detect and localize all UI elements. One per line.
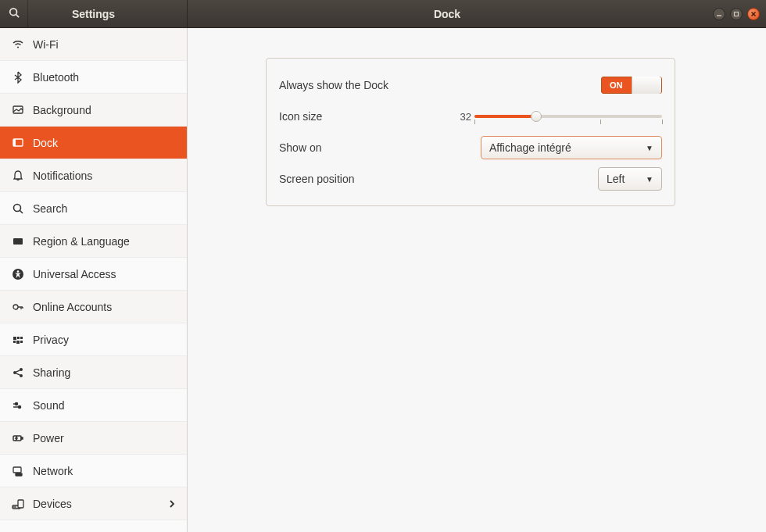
row-icon-size: Icon size 32 xyxy=(279,101,662,132)
window-controls xyxy=(707,8,766,20)
sidebar-item-search[interactable]: Search xyxy=(0,192,187,225)
search-icon xyxy=(9,202,27,215)
svg-point-6 xyxy=(17,46,19,48)
show-on-dropdown[interactable]: Affichage intégré ▼ xyxy=(481,136,662,159)
toggle-on-label: ON xyxy=(602,80,623,90)
lock-icon xyxy=(9,334,27,346)
window-minimize[interactable] xyxy=(713,8,725,20)
sidebar-item-dock[interactable]: Dock xyxy=(0,127,187,159)
sidebar-item-region[interactable]: Region & Language xyxy=(0,225,187,258)
svg-line-26 xyxy=(16,373,20,374)
svg-rect-33 xyxy=(13,467,21,473)
svg-rect-36 xyxy=(18,500,23,508)
sidebar-item-label: Sharing xyxy=(33,366,70,379)
sidebar-item-label: Universal Access xyxy=(33,268,116,280)
body: Wi-Fi Bluetooth Background Dock Notifica xyxy=(0,28,766,532)
slider-thumb[interactable] xyxy=(531,111,542,122)
svg-line-1 xyxy=(16,15,19,18)
sidebar-item-online-accounts[interactable]: Online Accounts xyxy=(0,291,187,323)
sidebar-item-label: Online Accounts xyxy=(33,301,112,313)
sound-icon xyxy=(9,399,27,412)
content-area: Always show the Dock ON Icon size 32 xyxy=(188,28,766,532)
toggle-knob xyxy=(632,77,661,94)
show-on-value: Affichage intégré xyxy=(489,141,571,154)
svg-rect-18 xyxy=(20,337,23,339)
sidebar-item-sound[interactable]: Sound xyxy=(0,389,187,422)
window-close[interactable] xyxy=(747,8,760,20)
icon-size-value: 32 xyxy=(460,111,471,123)
search-button[interactable] xyxy=(0,0,28,27)
slider-fill xyxy=(474,115,536,118)
slider-tick xyxy=(662,120,663,124)
row-screen-position: Screen position Left ▼ xyxy=(279,163,662,195)
svg-point-15 xyxy=(13,305,18,309)
wifi-icon xyxy=(9,38,27,51)
screen-position-dropdown[interactable]: Left ▼ xyxy=(598,167,662,191)
network-icon xyxy=(9,465,27,477)
sidebar-item-devices[interactable]: Devices xyxy=(0,487,187,520)
show-on-label: Show on xyxy=(279,141,420,154)
svg-rect-32 xyxy=(21,437,23,439)
svg-point-10 xyxy=(14,204,21,211)
sidebar-item-privacy[interactable]: Privacy xyxy=(0,323,187,356)
chevron-down-icon: ▼ xyxy=(646,175,653,184)
sidebar-item-label: Search xyxy=(33,202,67,215)
always-show-label: Always show the Dock xyxy=(279,79,420,91)
dock-panel: Always show the Dock ON Icon size 32 xyxy=(266,58,675,206)
sidebar-item-bluetooth[interactable]: Bluetooth xyxy=(0,61,187,94)
svg-point-30 xyxy=(19,405,21,408)
sidebar-item-wifi[interactable]: Wi-Fi xyxy=(0,28,187,61)
dock-icon xyxy=(9,137,27,149)
cloud-key-icon xyxy=(9,301,27,313)
row-always-show: Always show the Dock ON xyxy=(279,70,662,101)
svg-rect-34 xyxy=(16,473,22,476)
sidebar-item-sharing[interactable]: Sharing xyxy=(0,356,187,389)
svg-rect-17 xyxy=(17,337,20,339)
sidebar-item-label: Bluetooth xyxy=(33,71,79,84)
svg-point-0 xyxy=(9,9,16,16)
svg-rect-16 xyxy=(13,337,16,340)
settings-title: Settings xyxy=(28,8,187,20)
sidebar-item-notifications[interactable]: Notifications xyxy=(0,159,187,192)
sidebar-item-label: Power xyxy=(33,432,64,445)
svg-line-11 xyxy=(20,210,23,213)
svg-rect-9 xyxy=(13,139,16,146)
row-show-on: Show on Affichage intégré ▼ xyxy=(279,132,662,163)
svg-rect-3 xyxy=(735,12,739,16)
screen-position-value: Left xyxy=(607,173,625,185)
svg-rect-19 xyxy=(13,341,16,343)
sidebar-item-label: Network xyxy=(33,465,73,477)
sidebar-item-label: Dock xyxy=(33,137,58,149)
sidebar-item-label: Notifications xyxy=(33,170,92,182)
bluetooth-icon xyxy=(9,71,27,84)
sidebar-item-network[interactable]: Network xyxy=(0,455,187,487)
window-maximize[interactable] xyxy=(730,8,743,20)
sidebar: Wi-Fi Bluetooth Background Dock Notifica xyxy=(0,28,188,532)
sidebar-item-label: Sound xyxy=(33,399,64,412)
chevron-right-icon xyxy=(168,498,176,510)
power-icon xyxy=(9,432,27,445)
svg-rect-7 xyxy=(13,106,23,113)
sidebar-item-power[interactable]: Power xyxy=(0,422,187,455)
titlebar-left: Settings xyxy=(0,0,188,27)
svg-rect-20 xyxy=(16,341,20,344)
svg-line-25 xyxy=(16,370,20,371)
icon-size-label: Icon size xyxy=(279,110,420,123)
page-title: Dock xyxy=(188,8,707,20)
search-icon xyxy=(9,7,20,20)
svg-rect-12 xyxy=(13,238,23,245)
titlebar: Settings Dock xyxy=(0,0,766,28)
sidebar-item-background[interactable]: Background xyxy=(0,94,187,127)
always-show-toggle[interactable]: ON xyxy=(601,77,662,94)
bell-icon xyxy=(9,170,27,182)
sidebar-item-label: Devices xyxy=(33,498,72,510)
svg-rect-21 xyxy=(20,341,23,343)
sidebar-item-universal-access[interactable]: Universal Access xyxy=(0,258,187,291)
svg-point-14 xyxy=(17,270,20,273)
screen-position-label: Screen position xyxy=(279,173,420,185)
sidebar-item-label: Privacy xyxy=(33,334,69,346)
sidebar-item-label: Region & Language xyxy=(33,235,130,248)
svg-point-29 xyxy=(16,402,18,405)
icon-size-slider[interactable] xyxy=(474,115,662,118)
share-icon xyxy=(9,366,27,379)
